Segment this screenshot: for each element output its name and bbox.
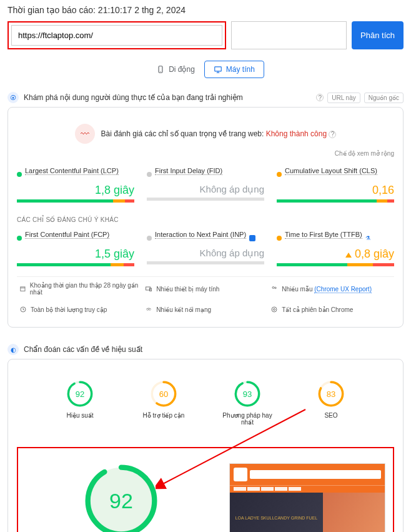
fid-value: Không áp dụng <box>147 184 264 195</box>
help-icon[interactable]: ? <box>316 94 324 101</box>
ttfb-dot <box>277 236 282 241</box>
svg-point-1 <box>161 71 161 72</box>
cwv-banner: Bài đánh giá các chỉ số quan trọng về tr… <box>101 129 337 138</box>
gauge-accessibility[interactable]: 60 Hỗ trợ tiếp cận <box>136 381 192 426</box>
tab-mobile-label: Di động <box>169 65 195 74</box>
mobile-icon <box>156 65 165 74</box>
ttfb-bar <box>277 263 394 266</box>
other-metrics-header: CÁC CHỈ SỐ ĐÁNG CHÚ Ý KHÁC <box>17 206 394 227</box>
lcp-name[interactable]: Largest Contentful Paint (LCP) <box>25 167 119 175</box>
discover-title: Khám phá nội dung người dùng thực tế của… <box>24 93 243 102</box>
cls-name[interactable]: Cumulative Layout Shift (CLS) <box>285 167 377 175</box>
gauge-seo[interactable]: 83 SEO <box>303 381 359 426</box>
big-gauge-performance: 92 <box>84 463 159 532</box>
performance-hero-box: 92 Hiệu suất Các giá trị chỉ là ước tính… <box>17 447 394 532</box>
lcp-value: 1,8 giây <box>17 184 134 197</box>
url-input-highlight <box>7 21 226 49</box>
fid-name[interactable]: First Input Delay (FID) <box>155 167 222 175</box>
tab-desktop[interactable]: Máy tính <box>204 61 264 78</box>
fcp-name[interactable]: First Contentful Paint (FCP) <box>25 231 109 239</box>
report-timestamp: Thời gian tạo báo cáo: 21:10:17 2 thg 2,… <box>7 5 404 15</box>
discover-icon: ⦿ <box>7 92 19 103</box>
info-period: Khoảng thời gian thu thập 28 ngày gần nh… <box>17 277 142 301</box>
lcp-dot <box>17 172 22 177</box>
ttfb-name[interactable]: Time to First Byte (TTFB) <box>285 231 362 239</box>
calendar-icon <box>19 285 26 293</box>
clock-icon <box>19 306 27 313</box>
devices-icon <box>145 285 152 293</box>
diagnose-title: Chẩn đoán các vấn đề về hiệu suất <box>24 345 142 354</box>
cls-dot <box>277 172 282 177</box>
svg-rect-2 <box>215 67 222 71</box>
fcp-bar <box>17 263 134 266</box>
diagnose-icon: ◐ <box>7 344 19 355</box>
cls-bar <box>277 199 394 203</box>
info-samples: Nhiều mẫu (Chrome UX Report) <box>268 277 394 301</box>
url-input[interactable] <box>11 25 222 46</box>
url-scope-pill[interactable]: URL này <box>327 93 360 103</box>
inp-value: Không áp dụng <box>147 248 264 259</box>
svg-point-9 <box>272 307 277 312</box>
tab-desktop-label: Máy tính <box>226 65 255 74</box>
chrome-icon <box>270 306 278 313</box>
analyze-button[interactable]: Phân tích <box>352 21 404 49</box>
origin-scope-pill[interactable]: Nguồn gốc <box>364 93 404 103</box>
fcp-dot <box>17 236 22 241</box>
info-sessions: Toàn bộ thời lượng truy cập <box>17 301 142 318</box>
svg-rect-3 <box>21 287 25 291</box>
ttfb-exp-icon[interactable]: ⚗ <box>365 235 370 241</box>
network-icon <box>145 306 152 313</box>
svg-point-7 <box>275 287 277 289</box>
inp-info-icon[interactable] <box>249 235 255 241</box>
gauge-performance[interactable]: 92 Hiệu suất <box>52 381 108 426</box>
tab-mobile[interactable]: Di động <box>147 61 204 78</box>
lcp-bar <box>17 199 134 203</box>
url-input-secondary[interactable] <box>231 21 347 49</box>
cwv-help-icon[interactable]: ? <box>329 131 336 138</box>
cwv-status-icon: 〰 <box>75 124 95 144</box>
info-versions: Tất cả phiên bản Chrome <box>268 301 394 318</box>
cls-value: 0,16 <box>277 184 394 197</box>
svg-point-6 <box>272 287 274 289</box>
info-connections: Nhiều kết nối mạng <box>142 301 268 318</box>
fid-dot <box>147 172 152 177</box>
info-devices: Nhiều thiết bị máy tính <box>142 277 268 301</box>
fcp-value: 1,5 giây <box>17 248 134 261</box>
people-icon <box>270 285 278 293</box>
expand-view-link[interactable]: Chế độ xem mở rộng <box>17 148 394 163</box>
screenshot-thumbnail: LOA LADYE SKULLCANDY GRIND FUEL <box>229 463 385 532</box>
fid-bar <box>147 198 264 201</box>
ttfb-value: 0,8 giây <box>277 248 394 261</box>
inp-dot <box>147 236 152 241</box>
gauge-best-practices[interactable]: 93 Phương pháp hay nhất <box>219 381 275 426</box>
inp-bar <box>147 261 264 264</box>
crux-link[interactable]: (Chrome UX Report) <box>314 286 372 293</box>
desktop-icon <box>214 65 222 74</box>
svg-point-10 <box>274 309 275 311</box>
inp-name[interactable]: Interaction to Next Paint (INP) <box>155 231 246 239</box>
